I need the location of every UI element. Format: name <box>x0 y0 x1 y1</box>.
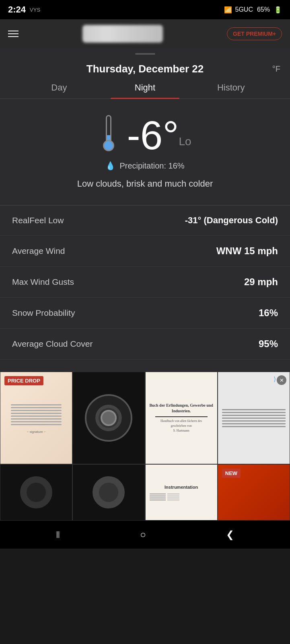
precip-icon: 💧 <box>105 161 115 171</box>
doc-line <box>11 404 62 405</box>
thermo-tube <box>106 115 111 141</box>
tire-inner <box>101 410 117 426</box>
snow-value: 16% <box>259 307 278 319</box>
table-line <box>222 418 286 419</box>
condition-text: Low clouds, brisk and much colder <box>65 179 225 189</box>
ad-item-2-4[interactable]: NEW <box>218 464 290 521</box>
bottom-menu-button[interactable]: ⦀ <box>52 525 64 544</box>
hamburger-line-2 <box>8 33 19 34</box>
ad-content-tire <box>73 372 144 464</box>
ad-content-table <box>218 372 290 464</box>
gusts-value: 29 mph <box>244 276 278 288</box>
connectivity-icons: 📶 5GUC <box>224 6 253 14</box>
tab-day[interactable]: Day <box>16 82 102 99</box>
hamburger-menu-button[interactable] <box>8 31 19 37</box>
bottom-nav: ⦀ ○ ❮ <box>0 521 290 549</box>
detail-row-snow: Snow Probability 16% <box>0 298 290 329</box>
doc-line <box>11 421 62 422</box>
gusts-label: Max Wind Gusts <box>12 277 74 287</box>
details-table: RealFeel Low -31° (Dangerous Cold) Avera… <box>0 205 290 360</box>
unit-toggle[interactable]: °F <box>272 64 280 74</box>
doc-line <box>11 407 62 408</box>
new-badge: NEW <box>222 469 241 478</box>
tab-night[interactable]: Night <box>102 82 188 99</box>
ad-item-4[interactable]: ⟩ ✕ <box>218 372 290 464</box>
tire-icon <box>86 396 131 440</box>
detail-row-wind: Average Wind WNW 15 mph <box>0 236 290 267</box>
ad-close-button[interactable]: ✕ <box>277 375 286 385</box>
doc-line <box>11 418 62 420</box>
ad-item-3[interactable]: Buch der Erfindungen, Gewerbe und Indust… <box>145 372 218 464</box>
status-time: 2:24 <box>8 4 26 15</box>
drag-handle <box>0 48 290 58</box>
ad-signature: ~ signature ~ <box>27 430 46 434</box>
ad-item-2-1[interactable] <box>0 464 72 521</box>
doc-line <box>11 416 62 417</box>
wind-label: Average Wind <box>12 246 65 256</box>
doc-line <box>11 410 62 411</box>
table-line <box>222 420 286 422</box>
bottom-back-button[interactable]: ❮ <box>222 525 238 544</box>
status-right: 📶 5GUC 65% 🔋 <box>224 6 282 14</box>
cloud-value: 95% <box>259 338 278 350</box>
ad-content-document: ~ signature ~ <box>0 372 72 464</box>
tab-history[interactable]: History <box>188 82 274 99</box>
table-line <box>222 415 286 416</box>
wind-value: WNW 15 mph <box>216 245 278 257</box>
ad-item-2-2[interactable] <box>72 464 145 521</box>
detail-row-cloud: Average Cloud Cover 95% <box>0 329 290 360</box>
top-nav: GET PREMIUM+ <box>0 19 290 48</box>
thermometer-icon <box>99 115 119 155</box>
battery-icon: 🔋 <box>274 6 282 14</box>
ad-section: PRICE DROP ~ signature ~ <box>0 372 290 521</box>
date-header: Thursday, December 22 °F <box>0 58 290 75</box>
logo-image <box>82 25 163 43</box>
ad-content-book: Buch der Erfindungen, Gewerbe und Indust… <box>146 372 217 464</box>
doc-line <box>11 413 62 414</box>
app-logo <box>19 25 227 43</box>
precip-row: 💧 Precipitation: 16% <box>105 161 184 171</box>
book-title-text: Buch der Erfindungen, Gewerbe und Indust… <box>149 403 214 433</box>
ad-item-2-3[interactable]: Instrumentation <box>145 464 218 521</box>
ad-arrow-icon: ⟩ <box>274 375 276 383</box>
ad-item-1[interactable]: PRICE DROP ~ signature ~ <box>0 372 72 464</box>
temp-row: -6° Lo <box>99 115 191 155</box>
temperature-label: Lo <box>179 135 191 155</box>
detail-row-realfeel: RealFeel Low -31° (Dangerous Cold) <box>0 206 290 236</box>
status-bar: 2:24 VYS 📶 5GUC 65% 🔋 <box>0 0 290 19</box>
realfeel-label: RealFeel Low <box>12 216 64 225</box>
table-line <box>222 412 286 413</box>
precip-label: Precipitation: 16% <box>119 161 184 171</box>
cloud-label: Average Cloud Cover <box>12 339 93 349</box>
thermo-bulb <box>103 140 114 151</box>
price-drop-badge: PRICE DROP <box>4 376 43 385</box>
table-line <box>222 409 286 410</box>
temperature-value: -6° <box>127 115 179 155</box>
ad-grid-row1: PRICE DROP ~ signature ~ <box>0 372 290 464</box>
network-label: 5GUC <box>235 6 253 13</box>
carrier-label: VYS <box>30 7 40 13</box>
snow-label: Snow Probability <box>12 308 75 318</box>
thermo-fill <box>107 135 110 140</box>
hamburger-line-3 <box>8 36 19 37</box>
table-line <box>222 426 286 427</box>
detail-row-gusts: Max Wind Gusts 29 mph <box>0 267 290 298</box>
date-title: Thursday, December 22 <box>8 63 282 75</box>
doc-line <box>11 424 62 425</box>
table-line <box>222 423 286 424</box>
ad-item-2[interactable] <box>72 372 145 464</box>
drag-handle-bar <box>135 53 155 55</box>
weather-card: Thursday, December 22 °F Day Night Histo… <box>0 48 290 372</box>
ad-grid-row2: Instrumentation NEW <box>0 464 290 521</box>
day-tabs: Day Night History <box>0 75 290 99</box>
ad-doc-lines <box>11 403 62 427</box>
battery-label: 65% <box>257 6 270 13</box>
premium-button[interactable]: GET PREMIUM+ <box>227 27 282 40</box>
realfeel-value: -31° (Dangerous Cold) <box>185 215 278 226</box>
temp-section: -6° Lo 💧 Precipitation: 16% Low clouds, … <box>0 99 290 197</box>
bottom-home-button[interactable]: ○ <box>136 525 150 544</box>
hamburger-line-1 <box>8 31 19 31</box>
